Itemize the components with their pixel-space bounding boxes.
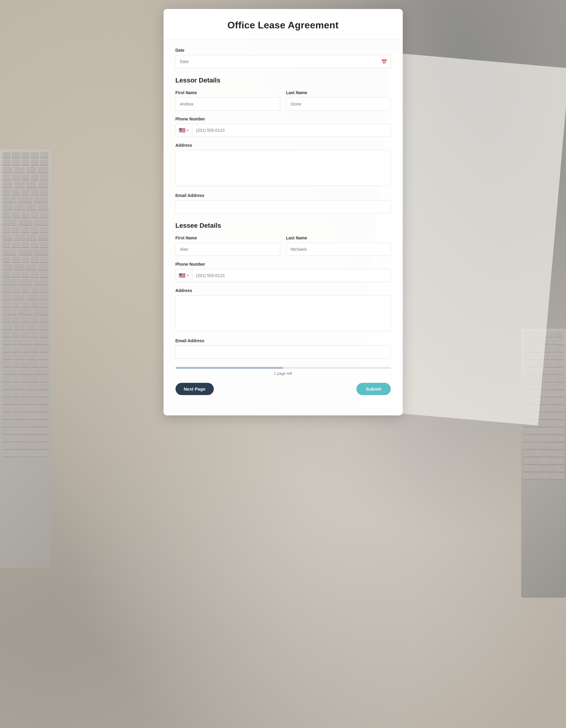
lessee-phone-label: Phone Number bbox=[175, 262, 391, 267]
lessor-email-label: Email Address bbox=[175, 193, 391, 198]
lessor-email-input[interactable] bbox=[175, 200, 391, 213]
progress-bar-track bbox=[175, 367, 391, 369]
lessee-section-title: Lessee Details bbox=[175, 222, 391, 230]
lessor-first-name-group: First Name bbox=[175, 90, 280, 111]
date-input-wrapper: 📅 bbox=[175, 55, 391, 68]
lessee-phone-flag[interactable]: 🇺🇸 ▼ bbox=[176, 269, 192, 282]
lessor-name-row: First Name Last Name bbox=[175, 90, 391, 117]
form-body: Date 📅 Lessor Details First Name Last Na… bbox=[163, 39, 403, 403]
lessee-flag-caret: ▼ bbox=[186, 274, 189, 277]
keyboard-decoration-left bbox=[0, 149, 51, 568]
progress-text: 1 page left bbox=[175, 371, 391, 376]
date-field-group: Date 📅 bbox=[175, 48, 391, 68]
lessor-last-name-label: Last Name bbox=[286, 90, 391, 95]
lessor-phone-flag[interactable]: 🇺🇸 ▼ bbox=[176, 124, 192, 137]
lessee-phone-input[interactable] bbox=[192, 269, 390, 282]
lessee-address-input[interactable] bbox=[175, 295, 391, 331]
lessee-last-name-group: Last Name bbox=[286, 235, 391, 256]
lessor-address-input[interactable] bbox=[175, 150, 391, 186]
lessor-phone-group: Phone Number 🇺🇸 ▼ bbox=[175, 117, 391, 137]
lessor-first-name-input[interactable] bbox=[175, 97, 280, 111]
form-title: Office Lease Agreement bbox=[175, 20, 391, 31]
lessee-flag-emoji: 🇺🇸 bbox=[179, 272, 185, 279]
lessor-email-group: Email Address bbox=[175, 193, 391, 213]
lessee-phone-wrapper: 🇺🇸 ▼ bbox=[175, 269, 391, 282]
lessee-first-name-input[interactable] bbox=[175, 243, 280, 256]
date-input[interactable] bbox=[175, 55, 391, 68]
date-label: Date bbox=[175, 48, 391, 53]
lessor-section-title: Lessor Details bbox=[175, 77, 391, 84]
lessor-flag-emoji: 🇺🇸 bbox=[179, 127, 185, 134]
lessor-flag-caret: ▼ bbox=[186, 129, 189, 132]
form-header: Office Lease Agreement bbox=[163, 9, 403, 39]
progress-bar-fill bbox=[175, 367, 283, 369]
lessor-phone-label: Phone Number bbox=[175, 117, 391, 121]
form-footer: Next Page Submit bbox=[175, 383, 391, 395]
form-modal: Office Lease Agreement Date 📅 Lessor Det… bbox=[163, 9, 403, 415]
lessor-phone-wrapper: 🇺🇸 ▼ bbox=[175, 124, 391, 137]
lessor-last-name-input[interactable] bbox=[286, 97, 391, 111]
next-page-button[interactable]: Next Page bbox=[175, 383, 214, 395]
lessee-address-group: Address bbox=[175, 288, 391, 332]
lessee-phone-group: Phone Number 🇺🇸 ▼ bbox=[175, 262, 391, 282]
submit-button[interactable]: Submit bbox=[357, 383, 391, 395]
lessee-first-name-label: First Name bbox=[175, 235, 280, 240]
lessor-address-group: Address bbox=[175, 143, 391, 187]
lessee-last-name-label: Last Name bbox=[286, 235, 391, 240]
lessor-last-name-group: Last Name bbox=[286, 90, 391, 111]
lessee-email-label: Email Address bbox=[175, 338, 391, 343]
lessee-name-row: First Name Last Name bbox=[175, 235, 391, 262]
lessee-email-input[interactable] bbox=[175, 345, 391, 359]
progress-section: 1 page left bbox=[175, 367, 391, 376]
lessor-first-name-label: First Name bbox=[175, 90, 280, 95]
lessor-address-label: Address bbox=[175, 143, 391, 148]
lessee-email-group: Email Address bbox=[175, 338, 391, 359]
lessor-phone-input[interactable] bbox=[192, 124, 390, 137]
calendar-icon: 📅 bbox=[381, 59, 387, 65]
lessee-first-name-group: First Name bbox=[175, 235, 280, 256]
lessee-last-name-input[interactable] bbox=[286, 243, 391, 256]
lessee-address-label: Address bbox=[175, 288, 391, 293]
